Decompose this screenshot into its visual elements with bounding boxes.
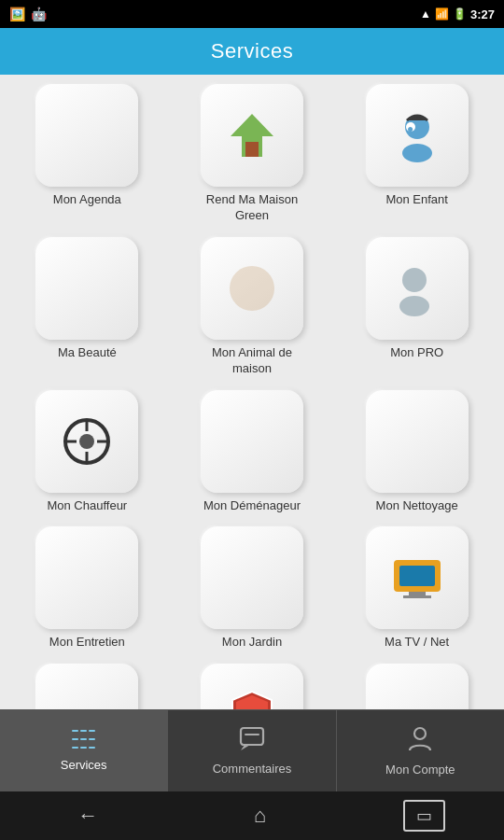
nav-label-services: Services xyxy=(61,758,107,772)
page-title: Services xyxy=(211,39,293,63)
svg-point-19 xyxy=(79,434,94,449)
service-label-ma-beaute: Ma Beauté xyxy=(58,345,117,361)
header: Services xyxy=(0,28,504,75)
service-label-mon-pro: Mon PRO xyxy=(390,345,443,361)
service-item-ma-securite[interactable]: Ma sécurité xyxy=(175,664,330,709)
svg-point-8 xyxy=(402,144,432,162)
clock: 3:27 xyxy=(470,7,495,21)
status-bar-right: ▲ 📶 🔋 3:27 xyxy=(420,7,495,21)
service-icon-mon-pro: 🔊 xyxy=(366,237,469,340)
service-item-mon-chauffeur[interactable]: Mon Chauffeur xyxy=(9,390,165,514)
service-label-mon-entretien: Mon Entretien xyxy=(49,635,125,651)
svg-rect-35 xyxy=(241,728,263,745)
svg-point-15 xyxy=(402,268,427,292)
service-item-mon-jardin[interactable]: 🌿 🪣 Mon Jardin xyxy=(175,526,330,651)
service-icon-mon-chauffeur xyxy=(35,390,138,493)
battery-icon: 🔋 xyxy=(453,7,467,21)
svg-text:🛋️: 🛋️ xyxy=(62,694,113,709)
recent-button[interactable]: ▭ xyxy=(403,800,445,832)
status-bar-left: 🖼️ 🤖 xyxy=(9,7,47,21)
service-icon-mon-entretien: ⛑️ xyxy=(35,526,138,629)
svg-point-13 xyxy=(230,266,274,311)
service-item-ma-beaute[interactable]: 💆 Ma Beauté xyxy=(9,237,165,377)
service-icon-mon-interieur: 🛋️ xyxy=(35,664,138,709)
svg-text:✈️: ✈️ xyxy=(86,109,109,132)
service-icon-ma-beaute: 💆 xyxy=(35,237,138,340)
svg-rect-36 xyxy=(245,734,259,735)
home-button[interactable]: ⌂ xyxy=(235,796,285,835)
service-icon-mon-nettoyage: 🧹 xyxy=(366,390,469,493)
svg-point-38 xyxy=(414,728,426,739)
service-item-rend-ma-maison-green[interactable]: 🌱 Rend Ma Maison Green xyxy=(175,84,330,224)
service-icon-ma-securite xyxy=(201,664,303,709)
svg-text:🌿: 🌿 xyxy=(227,556,264,592)
svg-rect-31 xyxy=(409,592,426,595)
svg-text:🧹: 🧹 xyxy=(398,419,446,470)
service-icon-mon-demenageur: 🚚 xyxy=(201,390,303,493)
nav-item-mon-compte[interactable]: Mon Compte xyxy=(337,710,504,791)
svg-rect-5 xyxy=(245,142,259,157)
service-item-mon-interieur[interactable]: 🛋️ Mon Intérieur xyxy=(9,664,165,709)
service-item-mon-animal-de-maison[interactable]: 🐾 Mon Animal de maison xyxy=(175,237,330,377)
svg-text:●: ● xyxy=(407,122,413,135)
service-item-mon-entretien[interactable]: ⛑️ Mon Entretien xyxy=(9,526,165,651)
service-label-mon-chauffeur: Mon Chauffeur xyxy=(47,498,127,514)
service-label-mon-enfant: Mon Enfant xyxy=(385,192,448,208)
notification-icon-pic: 🖼️ xyxy=(9,7,25,21)
wifi-icon: ▲ xyxy=(420,7,431,21)
svg-text:⛑️: ⛑️ xyxy=(63,553,116,607)
service-label-mon-agenda: Mon Agenda xyxy=(53,192,121,208)
notification-icon-android: 🤖 xyxy=(31,7,47,21)
svg-text:🔊: 🔊 xyxy=(424,279,446,304)
svg-text:🌴: 🌴 xyxy=(62,122,85,145)
service-item-mon-agenda[interactable]: 🌴 ✈️ 💰 🏠 Mon Agenda xyxy=(9,84,165,224)
service-label-rend-ma-maison-green: Rend Ma Maison Green xyxy=(196,192,308,224)
svg-text:🏠: 🏠 xyxy=(86,140,109,162)
service-label-mon-animal-de-maison: Mon Animal de maison xyxy=(196,345,308,377)
main-content: 🌴 ✈️ 💰 🏠 Mon Agenda 🌱 Rend Ma Maison Gre… xyxy=(0,75,504,709)
nav-item-commentaires[interactable]: Commentaires xyxy=(168,710,336,791)
nav-label-commentaires: Commentaires xyxy=(213,762,292,776)
service-item-mon-pro[interactable]: 🔊 Mon PRO xyxy=(339,237,495,377)
sys-nav-bar: ← ⌂ ▭ xyxy=(0,791,504,840)
svg-rect-30 xyxy=(399,566,435,586)
svg-text:🚑: 🚑 xyxy=(392,694,443,709)
service-icon-mon-enfant: ● 👶 xyxy=(366,84,469,187)
service-item-mes-urgences[interactable]: 🚑 Mes Urgences xyxy=(339,664,495,709)
service-label-mon-demenageur: Mon Déménageur xyxy=(203,498,301,514)
service-item-ma-tv-net[interactable]: Ma TV / Net xyxy=(339,526,495,651)
service-label-mon-nettoyage: Mon Nettoyage xyxy=(376,498,458,514)
service-icon-mes-urgences: 🚑 xyxy=(366,664,469,709)
back-button[interactable]: ← xyxy=(59,796,117,835)
service-label-mon-jardin: Mon Jardin xyxy=(222,635,282,651)
comment-icon xyxy=(239,726,265,757)
svg-point-16 xyxy=(399,296,429,316)
status-bar: 🖼️ 🤖 ▲ 📶 🔋 3:27 xyxy=(0,0,504,28)
nav-item-services[interactable]: Services xyxy=(0,710,168,791)
service-icon-mon-jardin: 🌿 🪣 xyxy=(201,526,303,629)
svg-text:🪣: 🪣 xyxy=(245,577,278,607)
service-icon-ma-tv-net xyxy=(366,526,469,629)
services-grid: 🌴 ✈️ 💰 🏠 Mon Agenda 🌱 Rend Ma Maison Gre… xyxy=(9,84,495,709)
svg-text:💆: 💆 xyxy=(63,262,116,317)
bottom-nav: Services Commentaires Mon Compte xyxy=(0,709,504,791)
nav-label-mon-compte: Mon Compte xyxy=(385,763,455,777)
service-icon-mon-animal-de-maison: 🐾 xyxy=(201,237,303,340)
svg-text:💰: 💰 xyxy=(62,143,85,164)
service-item-mon-demenageur[interactable]: 🚚 Mon Déménageur xyxy=(175,390,330,514)
person-icon xyxy=(408,725,432,758)
service-icon-mon-agenda: 🌴 ✈️ 💰 🏠 xyxy=(35,84,138,187)
service-item-mon-enfant[interactable]: ● 👶 Mon Enfant xyxy=(339,84,495,224)
service-item-mon-nettoyage[interactable]: 🧹 Mon Nettoyage xyxy=(339,390,495,514)
service-label-ma-tv-net: Ma TV / Net xyxy=(385,635,449,651)
svg-text:🚚: 🚚 xyxy=(227,417,278,466)
signal-icon: 📶 xyxy=(435,7,449,21)
service-icon-rend-ma-maison-green: 🌱 xyxy=(201,84,303,187)
svg-rect-32 xyxy=(403,595,431,598)
grid-icon xyxy=(72,730,95,753)
